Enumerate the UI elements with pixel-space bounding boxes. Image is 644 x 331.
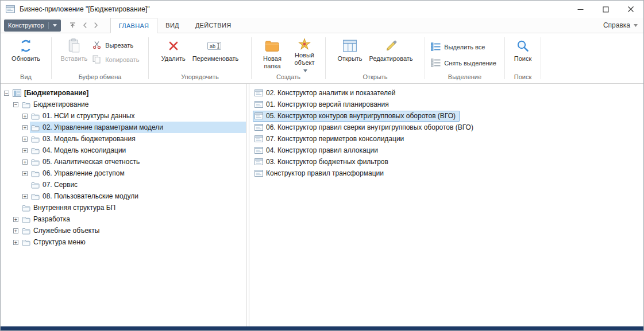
expand-icon[interactable]: + [22,159,28,165]
refresh-button[interactable]: Обновить [8,36,44,72]
tree-item[interactable]: +01. НСИ и структуры данных [1,110,246,122]
ribbon: Обновить Вид Вставить [1,33,643,84]
tree-item[interactable]: +05. Аналитическая отчетность [1,156,246,168]
folder-icon [31,112,40,120]
tree-row-box: 08. Пользовательские модули [30,190,246,202]
maximize-button[interactable] [593,1,618,18]
help-menu[interactable]: Справка [603,21,638,29]
ribbon-tabs: ГЛАВНАЯ ВИД ДЕЙСТВИЯ [110,18,240,33]
new-object-button[interactable]: Новый объект [288,36,321,72]
list-item[interactable]: 04. Конструктор правил аллокации [249,145,643,156]
tree-row-box: 03. Модель бюджетирования [30,133,246,145]
select-all-label: Выделить все [444,44,485,50]
tree-item[interactable]: +08. Пользовательские модули [1,190,246,202]
tree-item[interactable]: −[Бюджетирование] [1,87,246,99]
folder-icon [22,216,30,223]
paste-button[interactable]: Вставить [57,36,91,72]
expand-icon[interactable]: + [13,217,18,222]
pin-ribbon-icon[interactable] [69,22,76,29]
tree-item[interactable]: +04. Модель консолидации [1,145,246,156]
rename-button[interactable]: ab Переименовать [189,36,242,72]
new-folder-button[interactable]: Новая папка [256,36,288,72]
tree-item[interactable]: +03. Модель бюджетирования [1,133,246,145]
cut-button[interactable]: Вырезать [91,39,142,51]
list-item-box: 04. Конструктор правил аллокации [253,145,382,156]
list-item[interactable]: 07. Конструктор периметров консолидации [249,133,643,145]
form-icon [254,101,263,108]
select-all-button[interactable]: Выделить все [430,41,500,53]
copy-icon [92,55,102,64]
expand-icon[interactable]: + [22,194,28,199]
tree-item[interactable]: +Разработка [1,213,246,225]
window-controls [568,1,643,18]
constructor-menu-label: Конструктор [8,22,44,29]
deselect-button[interactable]: Снять выделение [430,57,500,69]
ribbon-group-create: Новая папка Новый объект Создать [252,34,325,83]
tree-item-label: Структура меню [33,238,86,246]
expand-icon[interactable]: + [13,228,18,233]
expand-icon[interactable]: + [22,137,28,142]
list-item[interactable]: 03. Конструктор бюджетных фильтров [249,156,643,168]
tree-item[interactable]: +Служебные объекты [1,225,246,236]
forward-icon[interactable] [94,22,98,29]
group-label-organize: Упорядочить [149,73,251,83]
tree-item[interactable]: Внутренняя структура БП [1,202,246,213]
tree-item[interactable]: +06. Управление доступом [1,168,246,179]
list-item-label: 06. Конструктор правил сверки внутригруп… [266,123,473,131]
copy-button[interactable]: Копировать [91,53,142,65]
close-button[interactable] [618,1,643,18]
folder-icon [22,239,30,246]
new-folder-label: Новая папка [260,55,285,70]
tree-panel: −[Бюджетирование]−Бюджетирование+01. НСИ… [1,84,246,326]
minimize-icon [577,6,584,13]
minimize-button[interactable] [568,1,593,18]
search-icon [516,37,530,54]
paste-icon [68,37,80,54]
tree-item[interactable]: +Структура меню [1,236,246,248]
form-icon [254,135,263,142]
folder-icon [22,227,30,235]
select-all-icon [431,42,441,51]
form-icon [254,124,263,131]
tree-row-box: Бюджетирование [21,99,246,110]
list-item[interactable]: 06. Конструктор правил сверки внутригруп… [249,122,643,133]
list-item-label: 07. Конструктор периметров консолидации [266,135,404,143]
list-item[interactable]: 02. Конструктор аналитик и показателей [249,87,643,99]
collapse-icon[interactable]: − [4,91,9,96]
tree-item[interactable]: +02. Управление параметрами модели [1,122,246,133]
expand-icon[interactable]: + [22,171,28,176]
delete-button[interactable]: Удалить [158,36,189,72]
group-label-selection: Выделение [425,73,504,83]
edit-icon [384,37,398,54]
group-separator [541,37,541,79]
list-item[interactable]: 01. Конструктор версий планирования [249,99,643,110]
expand-icon[interactable]: + [22,114,28,119]
constructor-menu-button[interactable]: Конструктор [4,20,61,32]
edit-button[interactable]: Редактировать [366,36,417,72]
tree-item[interactable]: 07. Сервис [1,179,246,190]
back-icon[interactable] [83,22,87,29]
tab-deystviya[interactable]: ДЕЙСТВИЯ [187,18,240,33]
search-label: Поиск [514,55,531,63]
tree-item-label: Бюджетирование [33,100,88,108]
expand-icon[interactable]: + [22,148,28,153]
tab-glavnaya[interactable]: ГЛАВНАЯ [110,18,158,33]
search-button[interactable]: Поиск [508,36,538,72]
chevron-down-icon [303,69,307,72]
tree-item-label: [Бюджетирование] [24,89,88,97]
list-item[interactable]: 05. Конструктор контуров внутригрупповых… [249,110,643,122]
folder-icon [31,181,40,189]
collapse-icon[interactable]: − [13,102,18,107]
new-object-label: Новый объект [294,52,314,66]
expand-icon[interactable]: + [13,240,18,245]
refresh-label: Обновить [11,55,40,63]
open-button[interactable]: Открыть [334,36,365,72]
tab-vid[interactable]: ВИД [157,18,187,33]
tree-item[interactable]: −Бюджетирование [1,99,246,110]
expand-icon[interactable]: + [22,125,28,130]
tree-item-label: 07. Сервис [43,181,78,189]
list-item[interactable]: Конструктор правил трансформации [249,168,643,179]
window-title: Бизнес-приложение "[Бюджетирование]" [20,5,150,13]
rename-icon: ab [207,37,224,54]
tree-item-label: 03. Модель бюджетирования [43,135,136,143]
